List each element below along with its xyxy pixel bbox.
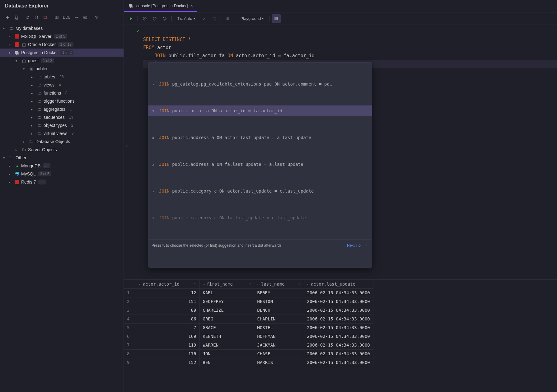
cancel-query-button[interactable] — [223, 14, 232, 23]
tree-node-database-objects[interactable]: ▸Database Objects — [0, 138, 124, 146]
commit-button[interactable] — [199, 14, 208, 23]
completion-item[interactable]: ▫JOIN public.category c ON fa.last_updat… — [148, 212, 372, 223]
results-grid[interactable]: ▫actor.actor_id◇ ▫first_name◇ ▫last_name… — [124, 280, 557, 392]
table-row[interactable]: 7119WARRENJACKMAN2006-02-15 04:34:33.000… — [124, 341, 373, 349]
table-cell[interactable]: 2006-02-15 04:34:33.0000 — [304, 288, 373, 297]
tree-node-guest[interactable]: ▾◫guest1 of 3 — [0, 57, 124, 65]
table-cell[interactable]: 89 — [136, 306, 199, 315]
sync-button[interactable] — [32, 13, 41, 22]
table-row[interactable]: 486GREGCHAPLIN2006-02-15 04:34:33.0000 — [124, 315, 373, 323]
tree-node-object-types[interactable]: ▸object types2 — [0, 121, 124, 129]
sort-icon[interactable]: ◇ — [194, 282, 196, 285]
more-icon[interactable]: ⋮ — [365, 241, 369, 250]
tree-node-redis[interactable]: ▸Redis 7… — [0, 178, 124, 186]
column-header[interactable]: ▫actor.last_update — [304, 280, 373, 288]
table-cell[interactable]: 2006-02-15 04:34:33.0000 — [304, 349, 373, 358]
table-row[interactable]: 57GRACEMOSTEL2006-02-15 04:34:33.0000 — [124, 323, 373, 332]
table-cell[interactable]: KENNETH — [199, 332, 254, 341]
table-cell[interactable]: CHARLIZE — [199, 306, 254, 315]
table-cell[interactable]: JON — [199, 349, 254, 358]
sort-icon[interactable]: ◇ — [249, 282, 250, 285]
table-cell[interactable]: JACKMAN — [254, 341, 304, 349]
tx-mode-dropdown[interactable]: Tx: Auto▾ — [174, 16, 198, 21]
table-cell[interactable]: 169 — [136, 332, 199, 341]
in-editor-results-button[interactable] — [272, 14, 281, 23]
table-cell[interactable]: 2006-02-15 04:34:33.0000 — [304, 297, 373, 306]
duplicate-button[interactable] — [12, 13, 21, 22]
tree-node-oracle[interactable]: ▸◫Oracle Docker1 of 17 — [0, 40, 124, 49]
table-cell[interactable]: 2006-02-15 04:34:33.0000 — [304, 358, 373, 367]
table-cell[interactable]: DENCH — [254, 306, 304, 315]
table-cell[interactable]: BERRY — [254, 288, 304, 297]
tree-node-my-databases[interactable]: ▾My databases — [0, 24, 124, 32]
table-cell[interactable]: 86 — [136, 315, 199, 323]
explain-plan-button[interactable]: P — [150, 14, 159, 23]
console-button[interactable] — [81, 13, 90, 22]
table-row[interactable]: 2151GEOFFREYHESTON2006-02-15 04:34:33.00… — [124, 297, 373, 306]
table-cell[interactable]: 152 — [136, 358, 199, 367]
table-cell[interactable]: KARL — [199, 288, 254, 297]
table-cell[interactable]: 119 — [136, 341, 199, 349]
code-area[interactable]: SELECT DISTINCT * FROM actor JOIN public… — [143, 25, 557, 279]
completion-item[interactable]: ▫JOIN public.address a ON actor.last_upd… — [148, 132, 372, 143]
completion-item[interactable]: ▫JOIN public.category c ON actor.last_up… — [148, 186, 372, 196]
table-cell[interactable]: 2006-02-15 04:34:33.0000 — [304, 315, 373, 323]
tree-node-mysql[interactable]: ▸🐬MySQL3 of 5 — [0, 170, 124, 178]
rollback-button[interactable] — [209, 14, 218, 23]
stop-button[interactable] — [41, 13, 49, 22]
table-cell[interactable]: GEOFFREY — [199, 297, 254, 306]
table-cell[interactable]: HESTON — [254, 297, 304, 306]
refresh-button[interactable] — [23, 13, 32, 22]
tree-node-aggregates[interactable]: ▸aggregates1 — [0, 105, 124, 113]
completion-item[interactable]: ▫JOIN public.actor a ON a.actor_id = fa.… — [148, 105, 372, 116]
table-cell[interactable]: BEN — [199, 358, 254, 367]
table-cell[interactable]: 2006-02-15 04:34:33.0000 — [304, 306, 373, 315]
tree-node-views[interactable]: ▸views4 — [0, 81, 124, 89]
navigate-button[interactable] — [72, 13, 81, 22]
sql-editor[interactable]: ✓ SELECT DISTINCT * FROM actor JOIN publ… — [124, 25, 557, 279]
table-row[interactable]: 8176JONCHASE2006-02-15 04:34:33.0000 — [124, 349, 373, 358]
tree-node-trigger-functions[interactable]: ▸trigger functions1 — [0, 97, 124, 105]
tree-node-sequences[interactable]: ▸sequences13 — [0, 113, 124, 121]
ddl-button[interactable]: DDL — [61, 13, 72, 22]
table-cell[interactable]: MOSTEL — [254, 323, 304, 332]
column-header[interactable]: ▫first_name◇ — [199, 280, 254, 288]
table-button[interactable] — [52, 13, 61, 22]
table-cell[interactable]: CHASE — [254, 349, 304, 358]
table-cell[interactable]: CHAPLIN — [254, 315, 304, 323]
playground-dropdown[interactable]: Playground▾ — [237, 16, 267, 21]
table-cell[interactable]: 176 — [136, 349, 199, 358]
tree-node-virtual-views[interactable]: ▸virtual views7 — [0, 129, 124, 138]
column-header[interactable]: ▫last_name◇ — [254, 280, 304, 288]
table-cell[interactable]: HARRIS — [254, 358, 304, 367]
close-icon[interactable]: × — [190, 3, 193, 8]
table-cell[interactable]: HOFFMAN — [254, 332, 304, 341]
tree-node-mongodb[interactable]: ▸♦MongoDB… — [0, 162, 124, 170]
table-cell[interactable]: GRACE — [199, 323, 254, 332]
completion-item[interactable]: ▫JOIN pg_catalog.pg_available_extensions… — [148, 79, 372, 89]
history-button[interactable] — [140, 14, 149, 23]
settings-button[interactable] — [160, 14, 169, 23]
tree-node-mssql[interactable]: ▸MS SQL Server1 of 5 — [0, 32, 124, 40]
table-cell[interactable]: 151 — [136, 297, 199, 306]
table-cell[interactable]: 2006-02-15 04:34:33.0000 — [304, 341, 373, 349]
table-row[interactable]: 6169KENNETHHOFFMAN2006-02-15 04:34:33.00… — [124, 332, 373, 341]
tree-node-server-objects[interactable]: ▸Server Objects — [0, 146, 124, 154]
table-row[interactable]: 112KARLBERRY2006-02-15 04:34:33.0000 — [124, 288, 373, 297]
table-row[interactable]: 9152BENHARRIS2006-02-15 04:34:33.0000 — [124, 358, 373, 367]
completion-item[interactable]: ▫JOIN public.address a ON fa.last_update… — [148, 159, 372, 170]
tree-node-postgres[interactable]: ▾🐘Postgres in Docker1 of 2 — [0, 49, 124, 57]
next-tip-link[interactable]: Next Tip — [347, 241, 361, 250]
table-cell[interactable]: 7 — [136, 323, 199, 332]
sort-icon[interactable]: ◇ — [298, 282, 300, 285]
tree-node-tables[interactable]: ▸tables26 — [0, 73, 124, 81]
tree-node-other[interactable]: ▾Other — [0, 154, 124, 162]
tab-console[interactable]: 🐘 console [Postgres in Docker] × — [124, 0, 197, 12]
table-cell[interactable]: 2006-02-15 04:34:33.0000 — [304, 332, 373, 341]
tree-node-functions[interactable]: ▸functions8 — [0, 89, 124, 97]
table-cell[interactable]: WARREN — [199, 341, 254, 349]
table-cell[interactable]: GREG — [199, 315, 254, 323]
table-cell[interactable]: 12 — [136, 288, 199, 297]
filter-button[interactable] — [92, 13, 101, 22]
column-header[interactable]: ▫actor.actor_id◇ — [136, 280, 199, 288]
